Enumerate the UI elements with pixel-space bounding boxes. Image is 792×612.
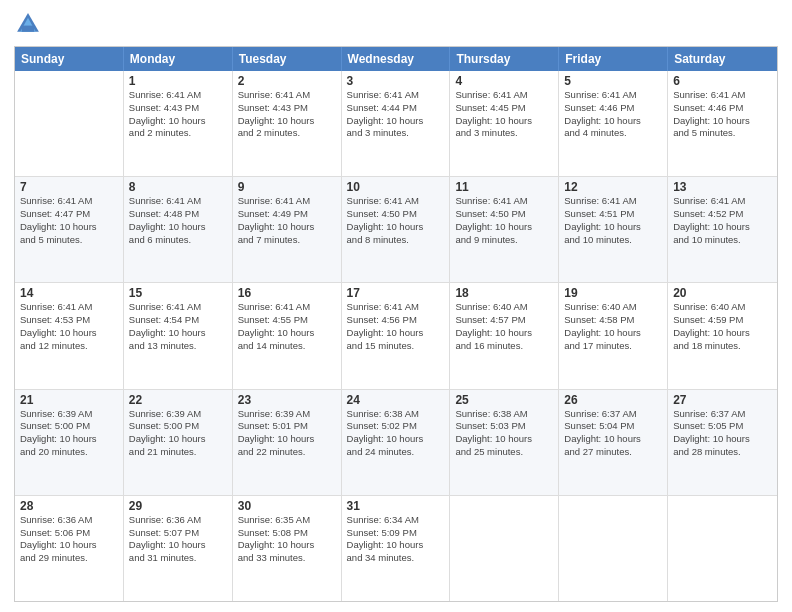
calendar-cell: 15Sunrise: 6:41 AMSunset: 4:54 PMDayligh… bbox=[124, 283, 233, 388]
calendar-cell bbox=[559, 496, 668, 601]
calendar-cell: 23Sunrise: 6:39 AMSunset: 5:01 PMDayligh… bbox=[233, 390, 342, 495]
calendar-header-cell: Thursday bbox=[450, 47, 559, 71]
day-number: 21 bbox=[20, 393, 118, 407]
calendar-cell: 6Sunrise: 6:41 AMSunset: 4:46 PMDaylight… bbox=[668, 71, 777, 176]
logo-icon bbox=[14, 10, 42, 38]
day-number: 23 bbox=[238, 393, 336, 407]
header bbox=[14, 10, 778, 38]
day-info: Sunrise: 6:41 AMSunset: 4:56 PMDaylight:… bbox=[347, 301, 445, 352]
calendar-cell: 1Sunrise: 6:41 AMSunset: 4:43 PMDaylight… bbox=[124, 71, 233, 176]
calendar-row: 28Sunrise: 6:36 AMSunset: 5:06 PMDayligh… bbox=[15, 496, 777, 601]
day-number: 12 bbox=[564, 180, 662, 194]
day-info: Sunrise: 6:41 AMSunset: 4:46 PMDaylight:… bbox=[673, 89, 772, 140]
calendar-row: 14Sunrise: 6:41 AMSunset: 4:53 PMDayligh… bbox=[15, 283, 777, 389]
day-info: Sunrise: 6:39 AMSunset: 5:00 PMDaylight:… bbox=[129, 408, 227, 459]
day-info: Sunrise: 6:40 AMSunset: 4:59 PMDaylight:… bbox=[673, 301, 772, 352]
day-info: Sunrise: 6:41 AMSunset: 4:50 PMDaylight:… bbox=[347, 195, 445, 246]
day-info: Sunrise: 6:36 AMSunset: 5:06 PMDaylight:… bbox=[20, 514, 118, 565]
day-number: 3 bbox=[347, 74, 445, 88]
day-number: 30 bbox=[238, 499, 336, 513]
calendar-cell: 31Sunrise: 6:34 AMSunset: 5:09 PMDayligh… bbox=[342, 496, 451, 601]
calendar-header-cell: Tuesday bbox=[233, 47, 342, 71]
day-info: Sunrise: 6:41 AMSunset: 4:44 PMDaylight:… bbox=[347, 89, 445, 140]
day-info: Sunrise: 6:41 AMSunset: 4:46 PMDaylight:… bbox=[564, 89, 662, 140]
day-number: 19 bbox=[564, 286, 662, 300]
day-number: 15 bbox=[129, 286, 227, 300]
day-info: Sunrise: 6:41 AMSunset: 4:47 PMDaylight:… bbox=[20, 195, 118, 246]
day-number: 18 bbox=[455, 286, 553, 300]
calendar-cell: 30Sunrise: 6:35 AMSunset: 5:08 PMDayligh… bbox=[233, 496, 342, 601]
day-info: Sunrise: 6:41 AMSunset: 4:55 PMDaylight:… bbox=[238, 301, 336, 352]
calendar-cell: 8Sunrise: 6:41 AMSunset: 4:48 PMDaylight… bbox=[124, 177, 233, 282]
day-number: 16 bbox=[238, 286, 336, 300]
day-number: 25 bbox=[455, 393, 553, 407]
day-info: Sunrise: 6:41 AMSunset: 4:48 PMDaylight:… bbox=[129, 195, 227, 246]
calendar-cell: 7Sunrise: 6:41 AMSunset: 4:47 PMDaylight… bbox=[15, 177, 124, 282]
calendar-cell: 29Sunrise: 6:36 AMSunset: 5:07 PMDayligh… bbox=[124, 496, 233, 601]
calendar: SundayMondayTuesdayWednesdayThursdayFrid… bbox=[14, 46, 778, 602]
logo bbox=[14, 10, 46, 38]
day-info: Sunrise: 6:41 AMSunset: 4:45 PMDaylight:… bbox=[455, 89, 553, 140]
day-info: Sunrise: 6:34 AMSunset: 5:09 PMDaylight:… bbox=[347, 514, 445, 565]
day-info: Sunrise: 6:38 AMSunset: 5:03 PMDaylight:… bbox=[455, 408, 553, 459]
day-info: Sunrise: 6:37 AMSunset: 5:04 PMDaylight:… bbox=[564, 408, 662, 459]
day-number: 6 bbox=[673, 74, 772, 88]
calendar-cell bbox=[450, 496, 559, 601]
day-info: Sunrise: 6:37 AMSunset: 5:05 PMDaylight:… bbox=[673, 408, 772, 459]
day-number: 29 bbox=[129, 499, 227, 513]
day-info: Sunrise: 6:39 AMSunset: 5:00 PMDaylight:… bbox=[20, 408, 118, 459]
day-number: 11 bbox=[455, 180, 553, 194]
calendar-cell: 3Sunrise: 6:41 AMSunset: 4:44 PMDaylight… bbox=[342, 71, 451, 176]
day-number: 4 bbox=[455, 74, 553, 88]
day-number: 13 bbox=[673, 180, 772, 194]
calendar-header-cell: Sunday bbox=[15, 47, 124, 71]
day-info: Sunrise: 6:41 AMSunset: 4:43 PMDaylight:… bbox=[129, 89, 227, 140]
calendar-cell: 28Sunrise: 6:36 AMSunset: 5:06 PMDayligh… bbox=[15, 496, 124, 601]
calendar-cell: 5Sunrise: 6:41 AMSunset: 4:46 PMDaylight… bbox=[559, 71, 668, 176]
calendar-cell: 16Sunrise: 6:41 AMSunset: 4:55 PMDayligh… bbox=[233, 283, 342, 388]
day-number: 22 bbox=[129, 393, 227, 407]
day-info: Sunrise: 6:39 AMSunset: 5:01 PMDaylight:… bbox=[238, 408, 336, 459]
calendar-cell: 21Sunrise: 6:39 AMSunset: 5:00 PMDayligh… bbox=[15, 390, 124, 495]
calendar-header-cell: Wednesday bbox=[342, 47, 451, 71]
calendar-cell: 19Sunrise: 6:40 AMSunset: 4:58 PMDayligh… bbox=[559, 283, 668, 388]
calendar-cell: 25Sunrise: 6:38 AMSunset: 5:03 PMDayligh… bbox=[450, 390, 559, 495]
calendar-cell bbox=[15, 71, 124, 176]
calendar-header-cell: Saturday bbox=[668, 47, 777, 71]
day-number: 28 bbox=[20, 499, 118, 513]
day-number: 14 bbox=[20, 286, 118, 300]
calendar-cell: 13Sunrise: 6:41 AMSunset: 4:52 PMDayligh… bbox=[668, 177, 777, 282]
day-info: Sunrise: 6:41 AMSunset: 4:53 PMDaylight:… bbox=[20, 301, 118, 352]
day-number: 17 bbox=[347, 286, 445, 300]
day-info: Sunrise: 6:38 AMSunset: 5:02 PMDaylight:… bbox=[347, 408, 445, 459]
calendar-row: 7Sunrise: 6:41 AMSunset: 4:47 PMDaylight… bbox=[15, 177, 777, 283]
day-number: 27 bbox=[673, 393, 772, 407]
day-info: Sunrise: 6:41 AMSunset: 4:49 PMDaylight:… bbox=[238, 195, 336, 246]
day-number: 1 bbox=[129, 74, 227, 88]
day-info: Sunrise: 6:41 AMSunset: 4:50 PMDaylight:… bbox=[455, 195, 553, 246]
calendar-cell: 18Sunrise: 6:40 AMSunset: 4:57 PMDayligh… bbox=[450, 283, 559, 388]
day-info: Sunrise: 6:40 AMSunset: 4:58 PMDaylight:… bbox=[564, 301, 662, 352]
day-info: Sunrise: 6:41 AMSunset: 4:43 PMDaylight:… bbox=[238, 89, 336, 140]
calendar-row: 21Sunrise: 6:39 AMSunset: 5:00 PMDayligh… bbox=[15, 390, 777, 496]
svg-rect-2 bbox=[22, 26, 34, 32]
day-number: 20 bbox=[673, 286, 772, 300]
calendar-cell: 22Sunrise: 6:39 AMSunset: 5:00 PMDayligh… bbox=[124, 390, 233, 495]
calendar-header-cell: Friday bbox=[559, 47, 668, 71]
calendar-cell: 27Sunrise: 6:37 AMSunset: 5:05 PMDayligh… bbox=[668, 390, 777, 495]
calendar-header-row: SundayMondayTuesdayWednesdayThursdayFrid… bbox=[15, 47, 777, 71]
day-info: Sunrise: 6:35 AMSunset: 5:08 PMDaylight:… bbox=[238, 514, 336, 565]
day-info: Sunrise: 6:41 AMSunset: 4:51 PMDaylight:… bbox=[564, 195, 662, 246]
calendar-body: 1Sunrise: 6:41 AMSunset: 4:43 PMDaylight… bbox=[15, 71, 777, 601]
calendar-cell: 26Sunrise: 6:37 AMSunset: 5:04 PMDayligh… bbox=[559, 390, 668, 495]
calendar-cell: 4Sunrise: 6:41 AMSunset: 4:45 PMDaylight… bbox=[450, 71, 559, 176]
day-number: 24 bbox=[347, 393, 445, 407]
day-number: 31 bbox=[347, 499, 445, 513]
day-number: 8 bbox=[129, 180, 227, 194]
calendar-cell: 11Sunrise: 6:41 AMSunset: 4:50 PMDayligh… bbox=[450, 177, 559, 282]
day-info: Sunrise: 6:41 AMSunset: 4:54 PMDaylight:… bbox=[129, 301, 227, 352]
calendar-row: 1Sunrise: 6:41 AMSunset: 4:43 PMDaylight… bbox=[15, 71, 777, 177]
calendar-cell: 10Sunrise: 6:41 AMSunset: 4:50 PMDayligh… bbox=[342, 177, 451, 282]
day-number: 26 bbox=[564, 393, 662, 407]
calendar-cell: 12Sunrise: 6:41 AMSunset: 4:51 PMDayligh… bbox=[559, 177, 668, 282]
